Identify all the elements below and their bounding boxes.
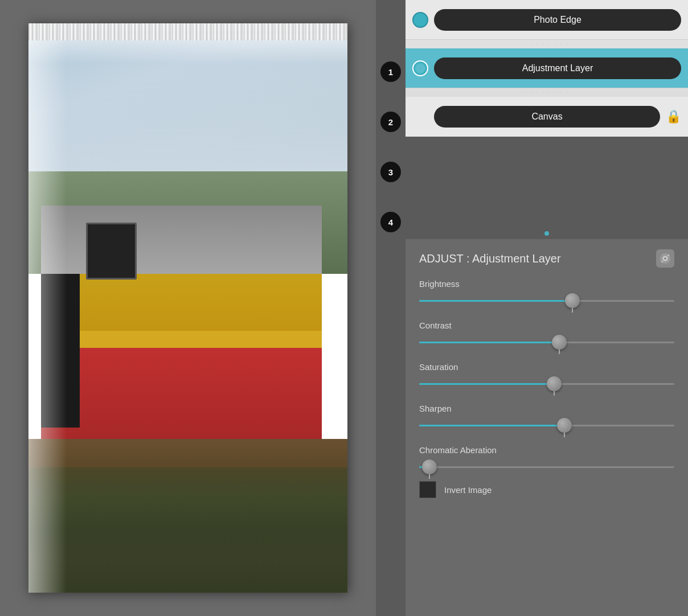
brightness-thumb[interactable] — [565, 293, 580, 308]
photo-background — [28, 23, 347, 593]
layer-row-adjustment[interactable]: Adjustment Layer — [406, 48, 688, 88]
layer-row-photo-edge[interactable]: Photo Edge — [406, 0, 688, 40]
contrast-slider-row: Contrast — [419, 321, 674, 351]
adjust-section: ADJUST : Adjustment Layer Brightness — [406, 239, 688, 616]
photo-container — [28, 23, 347, 593]
contrast-thumb[interactable] — [552, 335, 567, 350]
saturation-slider-row: Saturation — [419, 362, 674, 392]
sharpen-slider-row: Sharpen — [419, 404, 674, 434]
layer-number-4[interactable]: 4 — [380, 212, 401, 232]
layer-number-3[interactable]: 3 — [380, 162, 401, 182]
brightness-fill — [419, 300, 572, 302]
invert-checkbox[interactable] — [419, 481, 436, 498]
right-side: 1 2 3 4 Photo Edge · · · · · · · · Adjus… — [376, 0, 688, 616]
adjustment-indicator — [412, 60, 428, 76]
chromatic-thumb-line — [429, 474, 430, 479]
saturation-slider-container[interactable] — [419, 375, 674, 392]
layer-row-canvas[interactable]: Canvas 🔒 — [406, 97, 688, 137]
layer-number-1[interactable]: 1 — [380, 61, 401, 82]
brightness-thumb-line — [572, 308, 573, 313]
sharpen-slider-container[interactable] — [419, 417, 674, 434]
layers-adjust-panel: Photo Edge · · · · · · · · Adjustment La… — [406, 0, 688, 616]
layer-number-2[interactable]: 2 — [380, 112, 401, 132]
saturation-fill — [419, 383, 554, 385]
rough-edge-top — [28, 23, 347, 40]
sliders-group: Brightness Contrast — [419, 279, 674, 475]
contrast-slider-container[interactable] — [419, 334, 674, 351]
adjustment-pill[interactable]: Adjustment Layer — [434, 58, 681, 79]
svg-point-2 — [664, 257, 666, 260]
invert-row: Invert Image — [419, 481, 674, 498]
photo-edge-indicator — [412, 12, 428, 28]
contrast-fill — [419, 342, 559, 343]
chromatic-thumb[interactable] — [422, 459, 437, 474]
chromatic-slider-row: Chromatic Aberation — [419, 445, 674, 475]
layers-section: Photo Edge · · · · · · · · Adjustment La… — [406, 0, 688, 137]
edge-left-overlay — [28, 23, 347, 593]
lock-icon[interactable]: 🔒 — [666, 109, 681, 124]
canvas-area — [0, 0, 376, 616]
contrast-label: Contrast — [419, 321, 674, 330]
saturation-label: Saturation — [419, 362, 674, 372]
svg-point-4 — [661, 261, 664, 263]
contrast-track — [419, 342, 674, 343]
chromatic-track — [419, 466, 674, 468]
svg-point-3 — [667, 254, 670, 257]
adjust-header: ADJUST : Adjustment Layer — [419, 249, 674, 268]
saturation-thumb[interactable] — [547, 376, 562, 391]
saturation-thumb-line — [554, 391, 555, 396]
empty-layers-area — [406, 137, 688, 228]
sharpen-thumb-line — [564, 433, 565, 437]
saturation-track — [419, 383, 674, 385]
sharpen-fill — [419, 425, 564, 426]
canvas-pill[interactable]: Canvas — [434, 106, 660, 128]
sharpen-thumb[interactable] — [557, 418, 572, 433]
brightness-slider-container[interactable] — [419, 292, 674, 309]
blue-dot-indicator — [544, 231, 549, 236]
brightness-slider-row: Brightness — [419, 279, 674, 309]
adjust-title: ADJUST : Adjustment Layer — [419, 252, 561, 265]
dots-separator-2: · · · · · · · · — [406, 88, 688, 97]
dots-separator-1: · · · · · · · · — [406, 40, 688, 48]
brightness-label: Brightness — [419, 279, 674, 289]
layer-numbers-column: 1 2 3 4 — [376, 0, 406, 616]
chromatic-slider-container[interactable] — [419, 458, 674, 475]
brightness-track — [419, 300, 674, 302]
invert-label: Invert Image — [444, 485, 492, 495]
contrast-thumb-line — [559, 350, 560, 354]
settings-icon-svg — [659, 252, 671, 265]
layer-bottom-dot-area — [406, 228, 688, 239]
sharpen-track — [419, 425, 674, 426]
sharpen-label: Sharpen — [419, 404, 674, 413]
photo-edge-pill[interactable]: Photo Edge — [434, 9, 681, 31]
adjust-settings-icon[interactable] — [656, 249, 674, 268]
chromatic-label: Chromatic Aberation — [419, 445, 674, 455]
